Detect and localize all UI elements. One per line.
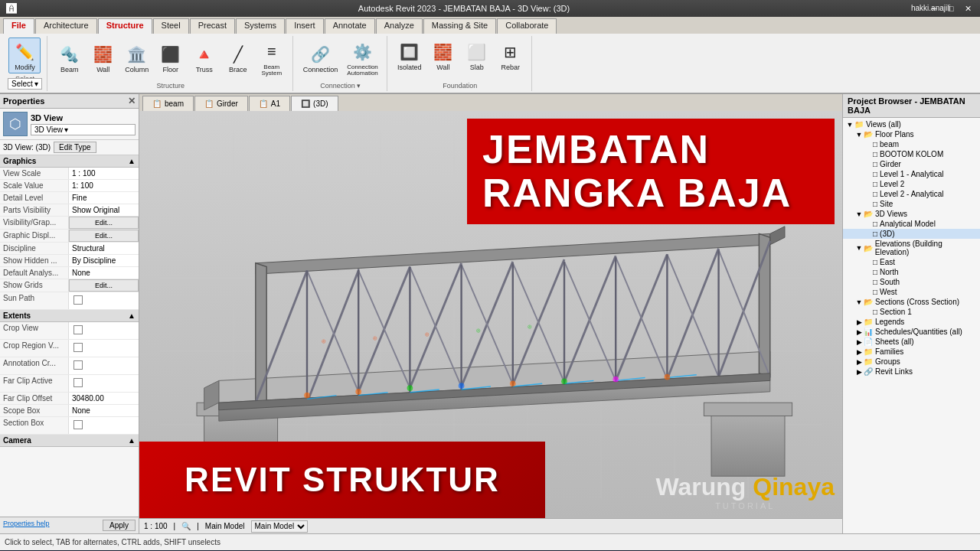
far-clip-offset-value[interactable]: 30480.00 (69, 393, 139, 404)
tree-girder[interactable]: □ Girder (843, 159, 980, 169)
tab-girder[interactable]: 📋 Girder (194, 96, 248, 111)
properties-help-link[interactable]: Properties help (3, 520, 50, 531)
tree-north[interactable]: □ North (843, 267, 980, 277)
tree-beam[interactable]: □ beam (843, 139, 980, 149)
tree-level2[interactable]: □ Level 2 (843, 179, 980, 189)
project-browser-header: Project Browser - JEMBATAN BAJA (843, 94, 980, 118)
isolated-button[interactable]: 🔲 Isolated (394, 37, 426, 74)
edit-type-button[interactable]: Edit Type (54, 142, 96, 153)
prop-annotation-crop: Annotation Cr... (0, 357, 139, 375)
view-type-label: 3D View (31, 113, 136, 122)
view-scale-controls[interactable]: 🔍 (181, 522, 191, 530)
tree-south[interactable]: □ South (843, 277, 980, 287)
tab-collaborate[interactable]: Collaborate (497, 18, 557, 34)
view-type-dropdown[interactable]: 3D View ▾ (31, 124, 136, 135)
graphic-display-edit-button[interactable]: Edit... (69, 230, 139, 242)
tab-massing[interactable]: Massing & Site (423, 18, 496, 34)
far-clip-checkbox[interactable] (74, 378, 83, 387)
view-3d-icon: ⬡ (3, 112, 28, 136)
tree-elevations[interactable]: ▼ 📂 Elevations (Building Elevation) (843, 239, 980, 257)
svg-text:⊕: ⊕ (527, 323, 533, 331)
prop-discipline: Discipline Structural (0, 243, 139, 255)
floor-button[interactable]: ⬛ Floor (155, 40, 187, 77)
crop-view-checkbox[interactable] (74, 325, 83, 334)
svg-text:⊕: ⊕ (423, 331, 430, 338)
floor-icon: ⬛ (158, 42, 183, 67)
apply-button[interactable]: Apply (103, 520, 136, 531)
tree-sections[interactable]: ▼ 📂 Sections (Cross Section) (843, 297, 980, 307)
tab-steel[interactable]: Steel (153, 18, 189, 34)
tree-floor-plans[interactable]: ▼ 📂 Floor Plans (843, 129, 980, 139)
tree-east[interactable]: □ East (843, 257, 980, 267)
bottom-title: REVIT STRUKTUR (185, 461, 500, 499)
modify-button[interactable]: ✏️ Modify (8, 37, 41, 74)
tree-schedules[interactable]: ▶ 📊 Schedules/Quantities (all) (843, 327, 980, 337)
group-structure: 🔩 Beam 🧱 Wall 🏛️ Column ⬛ Floor 🔺 (49, 36, 293, 91)
beam-button[interactable]: 🔩 Beam (54, 40, 86, 77)
wall-button[interactable]: 🧱 Wall (87, 40, 119, 77)
tree-groups[interactable]: ▶ 📁 Groups (843, 357, 980, 367)
close-button[interactable]: ✕ (962, 4, 974, 14)
3d-tab-icon: 🔲 (301, 99, 310, 108)
minimize-button[interactable]: ─ (928, 4, 940, 14)
tree-views[interactable]: ▼ 📁 Views (all) (843, 119, 980, 129)
camera-section-header[interactable]: Camera ▲ (0, 435, 139, 447)
tab-precast[interactable]: Precast (190, 18, 235, 34)
properties-close-button[interactable]: ✕ (128, 96, 136, 106)
brace-button[interactable]: ╱ Brace (222, 40, 254, 77)
tree-families[interactable]: ▶ 📁 Families (843, 347, 980, 357)
main-area: Properties ✕ ⬡ 3D View 3D View ▾ 3D View… (0, 94, 980, 533)
detail-level-value[interactable]: Fine (69, 192, 139, 204)
tree-level1-analytical[interactable]: □ Level 1 - Analytical (843, 169, 980, 179)
prop-far-clip-offset: Far Clip Offset 30480.00 (0, 393, 139, 405)
truss-button[interactable]: 🔺 Truss (188, 40, 220, 77)
maximize-button[interactable]: □ (945, 4, 957, 14)
beam-tab-label: beam (165, 99, 184, 108)
tree-3d-views[interactable]: ▼ 📂 3D Views (843, 209, 980, 219)
visibility-edit-button[interactable]: Edit... (69, 217, 139, 229)
tab-structure[interactable]: Structure (98, 18, 152, 34)
brace-icon: ╱ (226, 42, 250, 67)
user-label: hakki.anajili (911, 4, 923, 14)
column-button[interactable]: 🏛️ Column (121, 40, 153, 77)
tab-architecture[interactable]: Architecture (35, 18, 97, 34)
slab-button[interactable]: ⬜ Slab (461, 37, 493, 74)
tab-a1[interactable]: 📋 A1 (249, 96, 290, 111)
tab-systems[interactable]: Systems (236, 18, 285, 34)
tab-annotate[interactable]: Annotate (325, 18, 375, 34)
tree-level2-analytical[interactable]: □ Level 2 - Analytical (843, 189, 980, 199)
tree-analytical-model[interactable]: □ Analytical Model (843, 219, 980, 229)
tab-insert[interactable]: Insert (286, 18, 324, 34)
tree-sheets[interactable]: ▶ 📄 Sheets (all) (843, 337, 980, 347)
view-scale-value[interactable]: 1 : 100 (69, 168, 139, 179)
connection-automation-button[interactable]: ⚙️ ConnectionAutomation (343, 37, 381, 80)
tree-3d[interactable]: □ (3D) (843, 229, 980, 239)
connection-automation-icon: ⚙️ (351, 40, 375, 64)
select-dropdown[interactable]: Select▾ (8, 78, 42, 90)
tree-section1[interactable]: □ Section 1 (843, 307, 980, 317)
tab-file[interactable]: File (3, 18, 34, 34)
extents-section-header[interactable]: Extents ▲ (0, 310, 139, 322)
section-box-checkbox[interactable] (74, 420, 83, 429)
tree-legends[interactable]: ▶ 📁 Legends (843, 317, 980, 327)
rebar-button[interactable]: ⊞ Rebar (495, 37, 527, 74)
sun-path-checkbox[interactable] (74, 295, 83, 305)
show-grids-edit-button[interactable]: Edit... (69, 279, 139, 292)
graphics-section-header[interactable]: Graphics ▲ (0, 155, 139, 168)
wall-foundation-button[interactable]: 🧱 Wall (427, 37, 459, 74)
prop-visibility: Visibility/Grap... Edit... (0, 217, 139, 230)
viewport[interactable]: ⊕ ⊕ ⊕ ⊕ ⊕ (139, 111, 842, 518)
connection-button[interactable]: 🔗 Connection (299, 40, 342, 77)
tree-site[interactable]: □ Site (843, 199, 980, 209)
annotation-crop-checkbox[interactable] (74, 360, 83, 370)
tree-bottom-kolom[interactable]: □ BOOTOM KOLOM (843, 149, 980, 159)
connection-group-label: Connection ▾ (320, 82, 361, 90)
tree-west[interactable]: □ West (843, 287, 980, 297)
tab-beam[interactable]: 📋 beam (142, 96, 194, 111)
tab-3d[interactable]: 🔲 (3D) (291, 96, 338, 111)
tab-analyze[interactable]: Analyze (376, 18, 423, 34)
beam-system-button[interactable]: ≡ BeamSystem (256, 37, 288, 80)
tree-revit-links[interactable]: ▶ 🔗 Revit Links (843, 367, 980, 377)
crop-region-checkbox[interactable] (74, 343, 83, 352)
model-dropdown[interactable]: Main Model (251, 520, 308, 533)
